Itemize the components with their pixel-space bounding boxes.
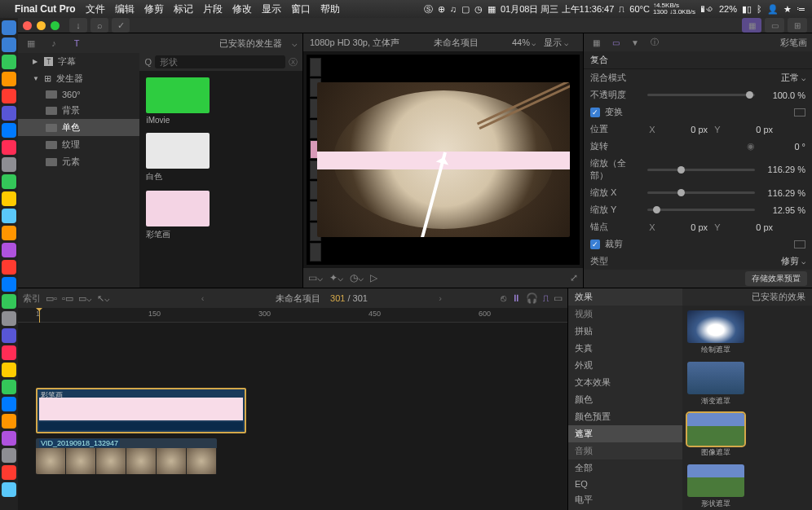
dock-app-icon[interactable] — [2, 20, 16, 35]
index-button[interactable]: 索引 — [23, 292, 41, 305]
bluetooth-icon[interactable]: ᛒ — [757, 4, 762, 14]
info-inspector-tab[interactable]: ▼ — [628, 37, 642, 48]
fullscreen-icon[interactable]: ⤢ — [570, 272, 578, 284]
prev-edit-icon[interactable]: ‹ — [201, 293, 205, 303]
dock-app-icon[interactable] — [2, 55, 16, 69]
audio-skim-icon[interactable]: ⏸ — [511, 292, 521, 304]
dock-app-icon[interactable] — [2, 243, 16, 257]
dock-app-icon[interactable] — [2, 294, 16, 309]
sidebar-item-360[interactable]: 360° — [18, 87, 139, 102]
fx-cat-masks[interactable]: 遮罩 — [568, 425, 682, 442]
status-icon[interactable]: Ⓢ — [424, 3, 433, 15]
solo-icon[interactable]: 🎧 — [526, 292, 538, 304]
inspector-toggle[interactable]: ⊞ — [788, 18, 807, 33]
scale-all-value[interactable]: 116.29 % — [760, 165, 805, 174]
transform-checkbox[interactable]: ✓ — [590, 108, 600, 117]
fx-cat[interactable]: 外观 — [568, 357, 682, 374]
menu-trim[interactable]: 修剪 — [144, 2, 164, 16]
menu-mark[interactable]: 标记 — [174, 2, 193, 16]
timeline-toggle[interactable]: ▭ — [765, 18, 784, 33]
viewer-canvas[interactable] — [307, 55, 580, 265]
video-clip[interactable]: VID_20190918_132947 — [36, 438, 217, 474]
clips-tab-icon[interactable]: ▦ — [23, 37, 39, 50]
anchor-x-value[interactable]: 0 px — [662, 222, 708, 232]
fx-cat[interactable]: 颜色 — [568, 391, 682, 408]
timeline-body[interactable]: 彩笔画 VID_20190918_132947 — [18, 323, 567, 510]
menubar-clock[interactable]: 01月08日 周三 上午11:36:47 — [501, 3, 614, 15]
clock-icon[interactable]: ◷ — [474, 4, 483, 15]
transform-tool-icon[interactable]: ▭⌵ — [308, 272, 323, 284]
dock-app-icon[interactable] — [2, 414, 16, 429]
close-button[interactable] — [23, 21, 32, 30]
dock-app-icon[interactable] — [2, 397, 16, 411]
clip-appearance-icon[interactable]: ▭▫ — [46, 293, 57, 304]
import-button[interactable]: ↓ — [69, 18, 87, 33]
music-icon[interactable]: ♫ — [450, 4, 457, 14]
fx-cat[interactable]: 拼贴 — [568, 323, 682, 340]
bg-tasks-button[interactable]: ✓ — [112, 18, 130, 33]
generator-inspector-tab[interactable]: ▭ — [608, 37, 623, 48]
dock-app-icon[interactable] — [2, 363, 16, 377]
snap-icon[interactable]: ⎍ — [543, 292, 549, 304]
generator-thumb[interactable]: 白色 — [146, 133, 296, 182]
show-crop-icon[interactable] — [794, 240, 805, 248]
dock-app-icon[interactable] — [2, 277, 16, 292]
menu-edit[interactable]: 编辑 — [115, 2, 135, 16]
clip-appearance-icon[interactable]: ▭⌵ — [78, 293, 92, 304]
scale-all-slider[interactable] — [647, 169, 755, 171]
dock-app-icon[interactable] — [2, 260, 16, 275]
tool-select-icon[interactable]: ↖⌵ — [97, 293, 110, 304]
fullscreen-button[interactable] — [51, 21, 60, 30]
dock-app-icon[interactable] — [2, 140, 16, 155]
dock-app-icon[interactable] — [2, 465, 16, 480]
generator-thumb[interactable]: iMovie — [146, 77, 296, 125]
skimming-icon[interactable]: ⎋ — [501, 292, 506, 304]
menu-help[interactable]: 帮助 — [320, 2, 340, 16]
sidebar-item-solids[interactable]: 单色 — [18, 119, 139, 136]
dock-app-icon[interactable] — [2, 89, 16, 103]
browser-toggle[interactable]: ▦ — [742, 18, 761, 33]
browser-search-input[interactable] — [155, 55, 285, 68]
dock-app-icon[interactable] — [2, 311, 16, 326]
crop-type-dropdown[interactable]: 修剪 — [781, 255, 805, 267]
wifi-icon[interactable]: �꩜ — [700, 4, 714, 14]
dock-app-icon[interactable] — [2, 106, 16, 121]
menu-view[interactable]: 显示 — [262, 2, 281, 16]
activity-icon[interactable]: ⎍ — [619, 4, 624, 14]
sidebar-item-textures[interactable]: 纹理 — [18, 136, 139, 153]
fx-cat[interactable]: 电平 — [568, 491, 682, 508]
dock-app-icon[interactable] — [2, 482, 16, 497]
view-dropdown[interactable]: 显示 — [544, 37, 568, 49]
dock-app-icon[interactable] — [2, 157, 16, 172]
anchor-y-value[interactable]: 0 px — [727, 222, 773, 232]
fx-cat[interactable]: 全部 — [568, 459, 682, 477]
menu-modify[interactable]: 修改 — [232, 2, 252, 16]
menu-clip[interactable]: 片段 — [203, 2, 223, 16]
play-button[interactable]: ▷ — [370, 272, 377, 284]
next-edit-icon[interactable]: › — [439, 293, 442, 303]
dock-app-icon[interactable] — [2, 72, 16, 86]
crop-checkbox[interactable]: ✓ — [590, 240, 600, 249]
dock-app-icon[interactable] — [2, 191, 16, 206]
dock-app-icon[interactable] — [2, 328, 16, 343]
display-icon[interactable]: ▢ — [461, 4, 470, 15]
effect-item[interactable]: 图像遮罩 — [687, 413, 744, 458]
scale-x-value[interactable]: 116.29 % — [760, 188, 805, 198]
retime-tool-icon[interactable]: ◷⌵ — [350, 272, 364, 284]
dropdown-icon[interactable]: ⌵ — [292, 38, 298, 49]
generator-clip[interactable]: 彩笔画 — [36, 388, 246, 433]
sidebar-item-elements[interactable]: 元素 — [18, 153, 139, 170]
scale-y-slider[interactable] — [647, 209, 755, 211]
pos-x-value[interactable]: 0 px — [662, 125, 708, 134]
titles-tab-icon[interactable]: T — [68, 37, 85, 50]
dock-app-icon[interactable] — [2, 448, 16, 463]
audio-tab-icon[interactable]: ♪ — [46, 37, 62, 50]
rotation-value[interactable]: 0 ° — [760, 142, 805, 152]
status-icon[interactable]: ⊕ — [438, 4, 445, 15]
opacity-value[interactable]: 100.0 % — [760, 90, 805, 100]
clip-appearance-icon[interactable]: ▫▭ — [62, 293, 73, 304]
sidebar-titles[interactable]: ▶ 🆃 字幕 — [18, 53, 139, 70]
video-inspector-tab[interactable]: ▦ — [589, 37, 603, 48]
sidebar-generators[interactable]: ▼ ⊞ 发生器 — [18, 70, 139, 87]
menu-window[interactable]: 窗口 — [291, 2, 311, 16]
